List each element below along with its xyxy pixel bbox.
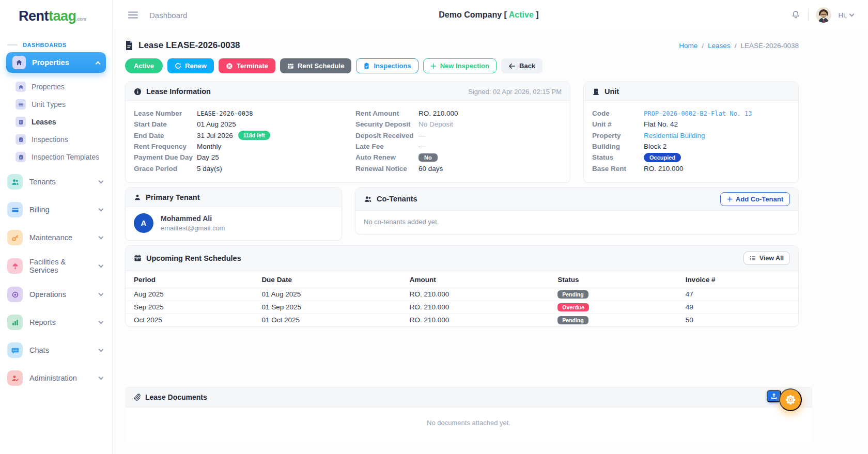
sidebar-item-properties-group[interactable]: Properties: [6, 52, 106, 73]
chevron-down-icon: [99, 207, 104, 212]
breadcrumb-leases[interactable]: Leases: [708, 42, 731, 50]
sidebar-item-tenants[interactable]: Tenants: [0, 170, 112, 194]
topbar-dashboard-link[interactable]: Dashboard: [149, 11, 187, 20]
chevron-down-icon: [99, 263, 104, 268]
info-row: Deposit Received—: [355, 130, 562, 141]
add-co-tenant-label: Add Co-Tenant: [736, 195, 783, 203]
person-check-icon: [7, 370, 23, 386]
tenant-email: emailtest@gmail.com: [161, 224, 225, 232]
info-row: Base RentRO. 210.000: [592, 163, 790, 174]
column-status: Status: [549, 271, 677, 288]
table-row: Sep 2025 01 Sep 2025 RO. 210.000 Overdue…: [126, 301, 798, 314]
info-row: Auto RenewNo: [355, 152, 562, 163]
breadcrumb-home[interactable]: Home: [679, 42, 698, 50]
clipboard-check-icon: [16, 134, 26, 145]
column-period: Period: [126, 271, 253, 288]
terminate-button[interactable]: Terminate: [219, 58, 275, 73]
rent-schedule-label: Rent Schedule: [298, 62, 344, 70]
user-avatar[interactable]: [816, 7, 831, 23]
sidebar-item-leases[interactable]: Leases: [0, 113, 112, 131]
unit-code-link[interactable]: PROP-2026-0002-B2-Flat No. 13: [644, 110, 752, 117]
sidebar-item-unit-types[interactable]: Unit Types: [0, 96, 112, 113]
sidebar-item-facilities[interactable]: Facilities & Services: [0, 254, 112, 278]
renew-button[interactable]: Renew: [167, 58, 214, 73]
rent-schedule-button[interactable]: Rent Schedule: [280, 58, 351, 73]
page-title-text: Lease LEASE-2026-0038: [138, 40, 240, 51]
inspections-button[interactable]: Inspections: [356, 58, 418, 73]
status-badge: Pending: [557, 290, 588, 299]
info-row: Renewal Notice60 days: [355, 163, 562, 174]
info-row: Start Date01 Aug 2025: [134, 119, 340, 130]
rent-schedules-header: Upcoming Rent Schedules View All: [126, 246, 798, 271]
column-due-date: Due Date: [253, 271, 401, 288]
notification-bell-icon[interactable]: [791, 10, 801, 20]
company-status: Active: [509, 10, 534, 19]
sidebar-item-chats[interactable]: Chats: [0, 338, 112, 362]
table-header-row: Period Due Date Amount Status Invoice #: [126, 271, 798, 288]
auto-renew-badge: No: [419, 153, 438, 162]
lease-documents-title: Lease Documents: [145, 393, 207, 401]
sidebar-item-billing[interactable]: Billing: [0, 198, 112, 222]
rent-schedules-card: Upcoming Rent Schedules View All: [125, 245, 799, 327]
lease-information-card: Lease Information Signed: 02 Apr 2026, 0…: [125, 82, 570, 183]
breadcrumb: Home / Leases / LEASE-2026-0038: [679, 42, 799, 50]
user-menu[interactable]: Hi,: [839, 11, 854, 19]
house-icon: [16, 82, 26, 92]
sidebar-item-label: Chats: [29, 346, 92, 354]
unit-card-header: Unit: [584, 82, 798, 101]
unit-card-title: Unit: [605, 87, 619, 96]
new-inspection-button[interactable]: New Inspection: [423, 58, 497, 73]
sidebar-item-label: Inspection Templates: [32, 153, 99, 161]
sidebar-item-administration[interactable]: Administration: [0, 366, 112, 390]
chevron-down-icon: [99, 291, 104, 296]
bar-chart-icon: [7, 315, 23, 330]
add-co-tenant-button[interactable]: Add Co-Tenant: [720, 192, 790, 206]
brand-logo[interactable]: Renttaag.com: [0, 0, 112, 28]
primary-tenant-title: Primary Tenant: [146, 193, 200, 201]
clipboard-icon: [16, 152, 26, 162]
days-left-badge: 118d left: [238, 131, 270, 140]
lease-document-icon: [125, 41, 133, 50]
sidebar-item-inspections[interactable]: Inspections: [0, 131, 112, 148]
status-badge: Pending: [557, 316, 588, 324]
documents-empty-message: No documents attached yet.: [125, 408, 812, 442]
bracket-left: [: [504, 10, 507, 19]
property-link[interactable]: Residential Building: [644, 132, 705, 139]
info-row: Payment Due DayDay 25: [134, 152, 340, 163]
sidebar-item-properties[interactable]: Properties: [0, 78, 112, 96]
new-inspection-label: New Inspection: [440, 62, 489, 70]
lease-information-body: Lease NumberLEASE-2026-0038 Start Date01…: [126, 101, 570, 182]
sidebar-item-label: Unit Types: [32, 100, 66, 108]
calendar-icon: [134, 254, 142, 262]
sidebar-item-maintenance[interactable]: Maintenance: [0, 226, 112, 249]
sidebar-item-operations[interactable]: Operations: [0, 283, 112, 306]
paperclip-icon: [133, 394, 141, 401]
info-icon: [134, 88, 142, 96]
topbar-right: Hi,: [791, 7, 854, 23]
lease-documents-section: Lease Documents No documents attached ye…: [125, 387, 812, 442]
co-tenants-header: Co-Tenants Add Co-Tenant: [355, 188, 798, 211]
key-icon: [7, 230, 23, 245]
settings-gear-button[interactable]: [779, 388, 802, 411]
chat-icon: [7, 342, 23, 358]
primary-tenant-body: A Mohammed Ali emailtest@gmail.com: [126, 207, 342, 240]
sidebar-item-reports[interactable]: Reports: [0, 310, 112, 334]
back-label: Back: [519, 62, 535, 70]
sidebar-item-inspection-templates[interactable]: Inspection Templates: [0, 148, 112, 166]
sidebar-section-label: DASHBOARDS: [7, 42, 112, 48]
app-window: Renttaag.com DASHBOARDS Properties Prope…: [0, 0, 868, 454]
primary-tenant-card: Primary Tenant A Mohammed Ali emailtest@…: [125, 187, 342, 241]
lease-information-title: Lease Information: [146, 87, 211, 96]
sidebar-item-label: Facilities & Services: [29, 258, 92, 274]
sidebar-item-label: Tenants: [29, 178, 92, 186]
back-button[interactable]: Back: [501, 58, 542, 73]
hamburger-menu-icon[interactable]: [128, 11, 138, 19]
view-all-button[interactable]: View All: [743, 252, 790, 265]
primary-tenant-header: Primary Tenant: [126, 188, 342, 207]
person-icon: [134, 194, 141, 201]
tenant-avatar: A: [134, 213, 153, 233]
house-icon: [12, 56, 26, 69]
renew-label: Renew: [185, 62, 207, 70]
sidebar-item-label: Leases: [32, 118, 56, 126]
sidebar-item-label: Reports: [29, 318, 92, 326]
